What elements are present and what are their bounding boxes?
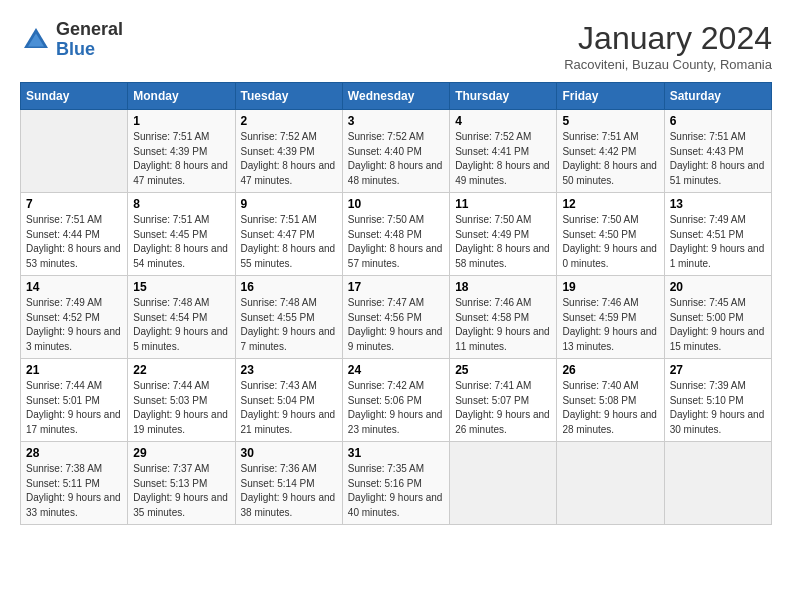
day-info: Sunrise: 7:38 AMSunset: 5:11 PMDaylight:… — [26, 462, 122, 520]
day-info: Sunrise: 7:51 AMSunset: 4:43 PMDaylight:… — [670, 130, 766, 188]
header-day: Wednesday — [342, 83, 449, 110]
day-info: Sunrise: 7:50 AMSunset: 4:48 PMDaylight:… — [348, 213, 444, 271]
day-number: 26 — [562, 363, 658, 377]
day-number: 23 — [241, 363, 337, 377]
day-info: Sunrise: 7:47 AMSunset: 4:56 PMDaylight:… — [348, 296, 444, 354]
day-info: Sunrise: 7:51 AMSunset: 4:39 PMDaylight:… — [133, 130, 229, 188]
calendar-cell: 2Sunrise: 7:52 AMSunset: 4:39 PMDaylight… — [235, 110, 342, 193]
day-info: Sunrise: 7:50 AMSunset: 4:50 PMDaylight:… — [562, 213, 658, 271]
calendar-cell: 9Sunrise: 7:51 AMSunset: 4:47 PMDaylight… — [235, 193, 342, 276]
day-number: 20 — [670, 280, 766, 294]
calendar-cell: 31Sunrise: 7:35 AMSunset: 5:16 PMDayligh… — [342, 442, 449, 525]
month-year: January 2024 — [564, 20, 772, 57]
day-info: Sunrise: 7:51 AMSunset: 4:44 PMDaylight:… — [26, 213, 122, 271]
logo-icon — [20, 24, 52, 56]
day-info: Sunrise: 7:51 AMSunset: 4:45 PMDaylight:… — [133, 213, 229, 271]
calendar-cell: 8Sunrise: 7:51 AMSunset: 4:45 PMDaylight… — [128, 193, 235, 276]
calendar-cell: 12Sunrise: 7:50 AMSunset: 4:50 PMDayligh… — [557, 193, 664, 276]
day-info: Sunrise: 7:46 AMSunset: 4:59 PMDaylight:… — [562, 296, 658, 354]
day-info: Sunrise: 7:51 AMSunset: 4:42 PMDaylight:… — [562, 130, 658, 188]
calendar-cell: 24Sunrise: 7:42 AMSunset: 5:06 PMDayligh… — [342, 359, 449, 442]
day-number: 1 — [133, 114, 229, 128]
calendar-cell: 15Sunrise: 7:48 AMSunset: 4:54 PMDayligh… — [128, 276, 235, 359]
day-number: 5 — [562, 114, 658, 128]
day-number: 12 — [562, 197, 658, 211]
day-info: Sunrise: 7:44 AMSunset: 5:03 PMDaylight:… — [133, 379, 229, 437]
day-number: 9 — [241, 197, 337, 211]
day-number: 19 — [562, 280, 658, 294]
page-header: General Blue January 2024 Racoviteni, Bu… — [20, 20, 772, 72]
calendar-cell: 3Sunrise: 7:52 AMSunset: 4:40 PMDaylight… — [342, 110, 449, 193]
day-number: 22 — [133, 363, 229, 377]
day-info: Sunrise: 7:52 AMSunset: 4:39 PMDaylight:… — [241, 130, 337, 188]
calendar-cell: 28Sunrise: 7:38 AMSunset: 5:11 PMDayligh… — [21, 442, 128, 525]
calendar-week-row: 1Sunrise: 7:51 AMSunset: 4:39 PMDaylight… — [21, 110, 772, 193]
day-number: 17 — [348, 280, 444, 294]
calendar-cell: 26Sunrise: 7:40 AMSunset: 5:08 PMDayligh… — [557, 359, 664, 442]
calendar-cell: 13Sunrise: 7:49 AMSunset: 4:51 PMDayligh… — [664, 193, 771, 276]
calendar-week-row: 21Sunrise: 7:44 AMSunset: 5:01 PMDayligh… — [21, 359, 772, 442]
day-info: Sunrise: 7:48 AMSunset: 4:55 PMDaylight:… — [241, 296, 337, 354]
day-info: Sunrise: 7:44 AMSunset: 5:01 PMDaylight:… — [26, 379, 122, 437]
day-number: 6 — [670, 114, 766, 128]
calendar-cell: 30Sunrise: 7:36 AMSunset: 5:14 PMDayligh… — [235, 442, 342, 525]
day-number: 8 — [133, 197, 229, 211]
calendar-cell: 5Sunrise: 7:51 AMSunset: 4:42 PMDaylight… — [557, 110, 664, 193]
calendar-cell: 16Sunrise: 7:48 AMSunset: 4:55 PMDayligh… — [235, 276, 342, 359]
calendar-cell: 10Sunrise: 7:50 AMSunset: 4:48 PMDayligh… — [342, 193, 449, 276]
calendar-cell: 29Sunrise: 7:37 AMSunset: 5:13 PMDayligh… — [128, 442, 235, 525]
day-number: 18 — [455, 280, 551, 294]
header-day: Monday — [128, 83, 235, 110]
calendar-cell: 19Sunrise: 7:46 AMSunset: 4:59 PMDayligh… — [557, 276, 664, 359]
day-info: Sunrise: 7:35 AMSunset: 5:16 PMDaylight:… — [348, 462, 444, 520]
day-info: Sunrise: 7:46 AMSunset: 4:58 PMDaylight:… — [455, 296, 551, 354]
calendar-cell — [21, 110, 128, 193]
logo-blue: Blue — [56, 40, 123, 60]
day-number: 25 — [455, 363, 551, 377]
day-number: 14 — [26, 280, 122, 294]
day-info: Sunrise: 7:37 AMSunset: 5:13 PMDaylight:… — [133, 462, 229, 520]
day-info: Sunrise: 7:39 AMSunset: 5:10 PMDaylight:… — [670, 379, 766, 437]
day-number: 29 — [133, 446, 229, 460]
day-info: Sunrise: 7:36 AMSunset: 5:14 PMDaylight:… — [241, 462, 337, 520]
calendar-cell: 27Sunrise: 7:39 AMSunset: 5:10 PMDayligh… — [664, 359, 771, 442]
calendar-cell: 23Sunrise: 7:43 AMSunset: 5:04 PMDayligh… — [235, 359, 342, 442]
day-info: Sunrise: 7:48 AMSunset: 4:54 PMDaylight:… — [133, 296, 229, 354]
day-info: Sunrise: 7:52 AMSunset: 4:40 PMDaylight:… — [348, 130, 444, 188]
header-day: Friday — [557, 83, 664, 110]
header-day: Tuesday — [235, 83, 342, 110]
calendar-cell: 7Sunrise: 7:51 AMSunset: 4:44 PMDaylight… — [21, 193, 128, 276]
location: Racoviteni, Buzau County, Romania — [564, 57, 772, 72]
calendar-cell — [450, 442, 557, 525]
day-number: 21 — [26, 363, 122, 377]
day-number: 2 — [241, 114, 337, 128]
calendar-cell: 14Sunrise: 7:49 AMSunset: 4:52 PMDayligh… — [21, 276, 128, 359]
header-day: Saturday — [664, 83, 771, 110]
calendar-week-row: 28Sunrise: 7:38 AMSunset: 5:11 PMDayligh… — [21, 442, 772, 525]
day-info: Sunrise: 7:52 AMSunset: 4:41 PMDaylight:… — [455, 130, 551, 188]
day-number: 31 — [348, 446, 444, 460]
calendar-week-row: 14Sunrise: 7:49 AMSunset: 4:52 PMDayligh… — [21, 276, 772, 359]
calendar-week-row: 7Sunrise: 7:51 AMSunset: 4:44 PMDaylight… — [21, 193, 772, 276]
logo-general: General — [56, 20, 123, 40]
day-info: Sunrise: 7:50 AMSunset: 4:49 PMDaylight:… — [455, 213, 551, 271]
day-number: 15 — [133, 280, 229, 294]
header-row: SundayMondayTuesdayWednesdayThursdayFrid… — [21, 83, 772, 110]
calendar-cell: 17Sunrise: 7:47 AMSunset: 4:56 PMDayligh… — [342, 276, 449, 359]
day-info: Sunrise: 7:42 AMSunset: 5:06 PMDaylight:… — [348, 379, 444, 437]
calendar-cell — [557, 442, 664, 525]
calendar-body: 1Sunrise: 7:51 AMSunset: 4:39 PMDaylight… — [21, 110, 772, 525]
calendar-table: SundayMondayTuesdayWednesdayThursdayFrid… — [20, 82, 772, 525]
header-day: Sunday — [21, 83, 128, 110]
calendar-cell: 11Sunrise: 7:50 AMSunset: 4:49 PMDayligh… — [450, 193, 557, 276]
day-info: Sunrise: 7:49 AMSunset: 4:51 PMDaylight:… — [670, 213, 766, 271]
logo-text: General Blue — [56, 20, 123, 60]
calendar-cell: 18Sunrise: 7:46 AMSunset: 4:58 PMDayligh… — [450, 276, 557, 359]
day-number: 24 — [348, 363, 444, 377]
calendar-cell — [664, 442, 771, 525]
day-number: 7 — [26, 197, 122, 211]
day-number: 27 — [670, 363, 766, 377]
day-number: 11 — [455, 197, 551, 211]
title-block: January 2024 Racoviteni, Buzau County, R… — [564, 20, 772, 72]
calendar-cell: 21Sunrise: 7:44 AMSunset: 5:01 PMDayligh… — [21, 359, 128, 442]
